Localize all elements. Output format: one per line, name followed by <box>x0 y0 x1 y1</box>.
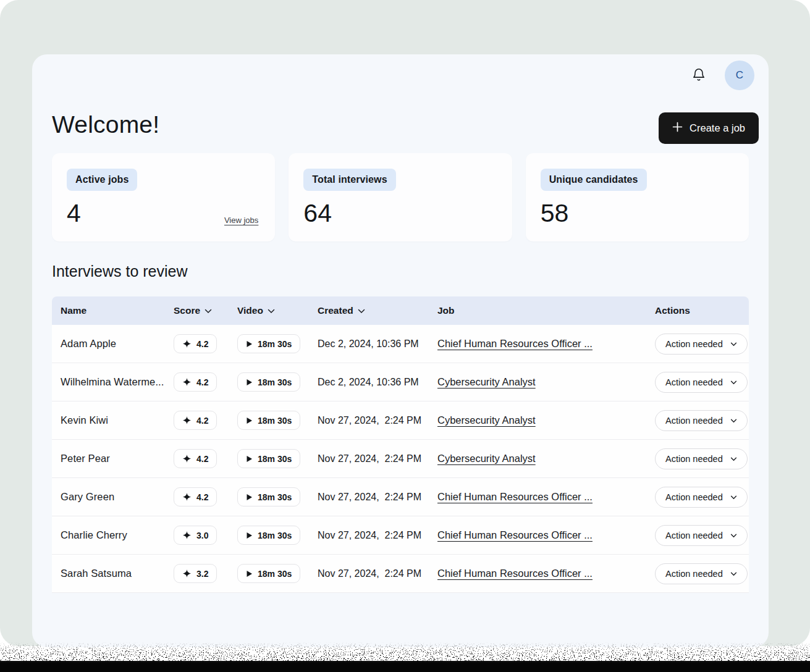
stat-value: 58 <box>541 199 734 228</box>
view-jobs-link[interactable]: View jobs <box>224 216 258 225</box>
stat-card-unique-candidates: Unique candidates 58 <box>526 153 749 242</box>
score-badge[interactable]: 4.2 <box>174 411 217 430</box>
video-play-button[interactable]: 18m 30s <box>237 372 300 392</box>
user-avatar[interactable]: C <box>725 61 754 90</box>
score-badge[interactable]: 4.2 <box>174 449 217 468</box>
table-row: Gary Green 4.2 18m 30s Nov 27, 2024, 2:2… <box>52 478 749 516</box>
stat-value: 64 <box>303 199 497 228</box>
play-icon <box>246 570 253 578</box>
chevron-down-icon <box>730 418 737 423</box>
table-row: Kevin Kiwi 4.2 18m 30s Nov 27, 2024, 2:2… <box>52 401 749 440</box>
create-job-button[interactable]: Create a job <box>659 112 759 144</box>
bell-icon <box>692 67 706 84</box>
play-icon <box>246 379 253 386</box>
candidate-name: Adam Apple <box>52 338 174 350</box>
video-play-button[interactable]: 18m 30s <box>237 526 300 545</box>
job-link[interactable]: Chief Human Resources Officer ... <box>437 491 593 502</box>
column-header-video[interactable]: Video <box>237 305 318 316</box>
score-badge[interactable]: 4.2 <box>174 372 217 392</box>
chevron-down-icon <box>730 533 737 538</box>
created-timestamp: Nov 27, 2024, 2:24 PM <box>318 492 437 503</box>
stat-label-badge: Total interviews <box>303 169 395 191</box>
stat-label-badge: Unique candidates <box>541 169 647 191</box>
candidate-name: Charlie Cherry <box>52 529 174 541</box>
candidate-name: Kevin Kiwi <box>52 414 174 426</box>
play-icon <box>246 494 253 501</box>
screenshot-canvas: C Welcome! Create a job Active jobs 4 Vi… <box>0 0 810 672</box>
chevron-down-icon <box>358 308 365 314</box>
video-play-button[interactable]: 18m 30s <box>237 449 300 468</box>
main-panel: C Welcome! Create a job Active jobs 4 Vi… <box>32 54 769 647</box>
column-header-actions: Actions <box>655 305 749 316</box>
score-badge[interactable]: 4.2 <box>174 487 217 506</box>
stat-card-total-interviews: Total interviews 64 <box>289 153 512 242</box>
chevron-down-icon <box>730 456 737 461</box>
sparkle-icon <box>182 416 192 425</box>
chevron-down-icon <box>730 380 737 385</box>
candidate-name: Wilhelmina Waterme... <box>52 376 174 388</box>
action-needed-dropdown[interactable]: Action needed <box>655 372 748 393</box>
stat-label-badge: Active jobs <box>67 169 137 191</box>
chevron-down-icon <box>205 308 212 314</box>
job-link[interactable]: Cybersecurity Analyst <box>437 376 536 387</box>
job-link[interactable]: Cybersecurity Analyst <box>437 414 536 426</box>
job-link[interactable]: Chief Human Resources Officer ... <box>437 529 593 540</box>
column-header-job: Job <box>437 305 655 316</box>
play-icon <box>246 417 253 424</box>
chevron-down-icon <box>268 308 275 314</box>
create-job-label: Create a job <box>690 122 745 134</box>
section-title-interviews: Interviews to review <box>52 262 188 280</box>
notifications-button[interactable] <box>688 64 710 86</box>
column-header-created[interactable]: Created <box>318 305 437 316</box>
chevron-down-icon <box>730 571 737 576</box>
candidate-name: Sarah Satsuma <box>52 568 174 579</box>
sparkle-icon <box>182 492 192 502</box>
video-play-button[interactable]: 18m 30s <box>237 564 300 583</box>
sparkle-icon <box>182 339 192 348</box>
interviews-table: Name Score Video Created <box>52 296 749 593</box>
created-timestamp: Dec 2, 2024, 10:36 PM <box>318 377 437 388</box>
video-play-button[interactable]: 18m 30s <box>237 411 300 430</box>
action-needed-dropdown[interactable]: Action needed <box>655 410 748 431</box>
candidate-name: Peter Pear <box>52 453 174 464</box>
video-play-button[interactable]: 18m 30s <box>237 487 300 506</box>
created-timestamp: Nov 27, 2024, 2:24 PM <box>318 453 437 464</box>
action-needed-dropdown[interactable]: Action needed <box>655 334 748 355</box>
action-needed-dropdown[interactable]: Action needed <box>655 563 748 584</box>
table-row: Charlie Cherry 3.0 18m 30s Nov 27, 2024,… <box>52 516 749 555</box>
created-timestamp: Dec 2, 2024, 10:36 PM <box>318 338 437 350</box>
video-play-button[interactable]: 18m 30s <box>237 334 300 353</box>
table-header-row: Name Score Video Created <box>52 296 749 325</box>
table-row: Wilhelmina Waterme... 4.2 18m 30s Dec 2,… <box>52 363 749 401</box>
action-needed-dropdown[interactable]: Action needed <box>655 448 748 469</box>
table-row: Sarah Satsuma 3.2 18m 30s Nov 27, 2024, … <box>52 555 749 593</box>
avatar-initial: C <box>736 69 743 82</box>
created-timestamp: Nov 27, 2024, 2:24 PM <box>318 415 437 426</box>
candidate-name: Gary Green <box>52 491 174 503</box>
table-row: Peter Pear 4.2 18m 30s Nov 27, 2024, 2:2… <box>52 440 749 478</box>
play-icon <box>246 532 253 539</box>
sparkle-icon <box>182 454 192 463</box>
score-badge[interactable]: 3.2 <box>174 564 217 583</box>
action-needed-dropdown[interactable]: Action needed <box>655 525 748 546</box>
chevron-down-icon <box>730 342 737 346</box>
job-link[interactable]: Chief Human Resources Officer ... <box>437 338 593 349</box>
action-needed-dropdown[interactable]: Action needed <box>655 487 748 508</box>
score-badge[interactable]: 3.0 <box>174 526 217 545</box>
sparkle-icon <box>182 531 192 540</box>
play-icon <box>246 455 253 463</box>
score-badge[interactable]: 4.2 <box>174 334 217 353</box>
job-link[interactable]: Cybersecurity Analyst <box>437 453 536 464</box>
play-icon <box>246 340 253 348</box>
chevron-down-icon <box>730 495 737 500</box>
sparkle-icon <box>182 569 192 578</box>
stats-row: Active jobs 4 View jobs Total interviews… <box>52 153 749 242</box>
topbar: C <box>688 61 754 90</box>
job-link[interactable]: Chief Human Resources Officer ... <box>437 568 593 579</box>
created-timestamp: Nov 27, 2024, 2:24 PM <box>318 530 437 541</box>
sparkle-icon <box>182 377 192 387</box>
column-header-score[interactable]: Score <box>174 305 237 316</box>
plus-icon <box>672 122 683 135</box>
stat-card-active-jobs: Active jobs 4 View jobs <box>52 153 275 242</box>
column-header-name: Name <box>52 305 174 316</box>
